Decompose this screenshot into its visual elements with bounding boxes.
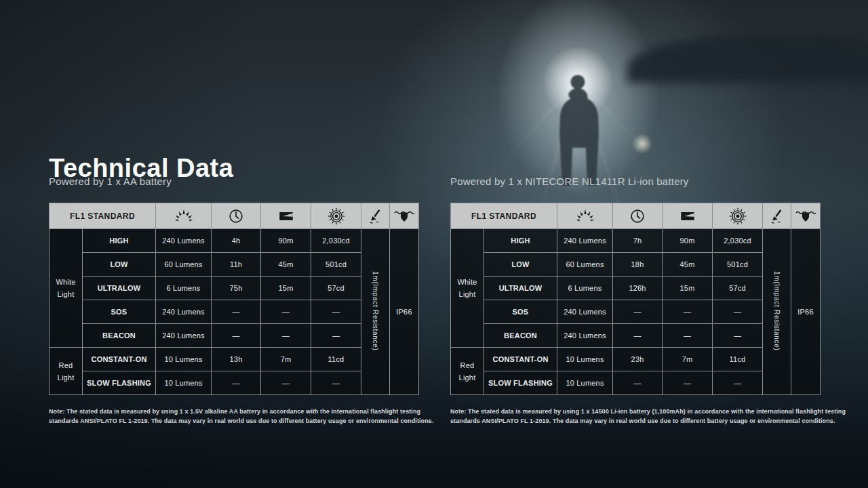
subtitle-liion: Powered by 1 x NITECORE NL1411R Li-ion b… [450, 176, 689, 187]
intensity-cell: 57cd [713, 277, 763, 300]
group-red-light: Red Light [451, 348, 484, 395]
lumens-cell: 240 Lumens [156, 229, 212, 253]
distance-cell: — [261, 324, 311, 348]
lumens-cell: 6 Lumens [156, 277, 212, 300]
note-line-1: Note: The stated data is measured by usi… [450, 407, 850, 417]
distance-cell: 7m [663, 348, 713, 371]
distance-cell: — [663, 300, 713, 324]
runtime-cell: 126h [613, 277, 663, 300]
runtime-cell: 23h [613, 348, 663, 371]
runtime-cell: — [212, 300, 261, 324]
intensity-cell: 57cd [311, 277, 361, 300]
lumens-icon [156, 203, 212, 229]
intensity-cell: 2,030cd [713, 229, 763, 253]
lumens-cell: 10 Lumens [156, 348, 212, 371]
waterproof-icon [791, 203, 821, 229]
intensity-cell: — [713, 300, 763, 324]
mode-cell: BEACON [484, 324, 557, 348]
table-row: White Light HIGH 240 Lumens 4h 90m 2,030… [50, 229, 419, 253]
intensity-cell: 501cd [713, 253, 763, 277]
fl1-standard-label: FL1 STANDARD [451, 203, 557, 229]
mode-cell: SLOW FLASHING [83, 371, 156, 395]
intensity-cell: 2,030cd [311, 229, 361, 253]
beam-distance-icon [261, 203, 311, 229]
note-line-1: Note: The stated data is measured by usi… [49, 407, 449, 417]
mode-cell: BEACON [83, 324, 156, 348]
person-silhouette [542, 72, 624, 187]
impact-resistance-icon [763, 203, 791, 229]
distance-cell: 7m [261, 348, 311, 371]
runtime-cell: 7h [613, 229, 663, 253]
mode-cell: CONSTANT-ON [83, 348, 156, 371]
runtime-cell: 4h [212, 229, 261, 253]
background-photo: Technical Data Powered by 1 x AA battery… [0, 0, 868, 488]
runtime-icon [212, 203, 261, 229]
note-line-2: standards ANSI/PLATO FL 1-2019. The data… [49, 417, 449, 426]
runtime-icon [613, 203, 663, 229]
waterproof-rating-cell: IP66 [390, 229, 419, 395]
distance-cell: 90m [663, 229, 713, 253]
table-row: White Light HIGH 240 Lumens 7h 90m 2,030… [451, 229, 821, 253]
mode-cell: SOS [83, 300, 156, 324]
distance-cell: 45m [261, 253, 311, 277]
mode-cell: SOS [484, 300, 557, 324]
group-white-light: White Light [50, 229, 83, 348]
fl1-header-row: FL1 STANDARD [451, 203, 821, 229]
lumens-cell: 6 Lumens [557, 277, 613, 300]
runtime-cell: — [212, 371, 261, 395]
intensity-cell: 501cd [311, 253, 361, 277]
runtime-cell: — [613, 300, 663, 324]
distance-cell: 15m [261, 277, 311, 300]
distance-cell: — [261, 300, 311, 324]
mode-cell: ULTRALOW [83, 277, 156, 300]
intensity-cell: — [311, 300, 361, 324]
runtime-cell: — [613, 371, 663, 395]
distance-cell: 45m [663, 253, 713, 277]
lumens-cell: 240 Lumens [156, 324, 212, 348]
impact-resistance-icon [361, 203, 390, 229]
lumens-cell: 10 Lumens [557, 348, 613, 371]
fl1-standard-label: FL1 STANDARD [50, 203, 156, 229]
group-red-light: Red Light [50, 348, 83, 395]
fl1-header-row: FL1 STANDARD [50, 203, 419, 229]
runtime-cell: 11h [212, 253, 261, 277]
lumens-cell: 60 Lumens [557, 253, 613, 277]
intensity-cell: — [713, 371, 763, 395]
distance-cell: — [663, 324, 713, 348]
mode-cell: HIGH [83, 229, 156, 253]
waterproof-rating-cell: IP66 [791, 229, 821, 395]
lumens-cell: 240 Lumens [156, 300, 212, 324]
impact-resistance-cell: 1m(Impact Resistance) [361, 229, 390, 395]
runtime-cell: 75h [212, 277, 261, 300]
beam-intensity-icon [713, 203, 763, 229]
intensity-cell: — [311, 371, 361, 395]
mode-cell: HIGH [484, 229, 557, 253]
intensity-cell: 11cd [713, 348, 763, 371]
distance-cell: — [663, 371, 713, 395]
horizon-landmass [627, 34, 868, 83]
beam-distance-icon [663, 203, 713, 229]
lumens-icon [557, 203, 613, 229]
subtitle-aa: Powered by 1 x AA battery [49, 176, 172, 187]
lumens-cell: 10 Lumens [156, 371, 212, 395]
group-white-light: White Light [451, 229, 484, 348]
table-note-aa: Note: The stated data is measured by usi… [49, 407, 449, 426]
mode-cell: CONSTANT-ON [484, 348, 557, 371]
fl1-table-liion: FL1 STANDARD [450, 203, 821, 395]
lumens-cell: 240 Lumens [557, 324, 613, 348]
mode-cell: LOW [484, 253, 557, 277]
lumens-cell: 240 Lumens [557, 229, 613, 253]
fl1-table-aa: FL1 STANDARD [49, 203, 419, 395]
mode-cell: ULTRALOW [484, 277, 557, 300]
intensity-cell: — [713, 324, 763, 348]
distance-cell: 15m [663, 277, 713, 300]
impact-resistance-cell: 1m(Impact Resistance) [763, 229, 791, 395]
mode-cell: SLOW FLASHING [484, 371, 557, 395]
lumens-cell: 10 Lumens [557, 371, 613, 395]
intensity-cell: — [311, 324, 361, 348]
distance-cell: 90m [261, 229, 311, 253]
distance-cell: — [261, 371, 311, 395]
beam-intensity-icon [311, 203, 361, 229]
runtime-cell: — [613, 324, 663, 348]
lumens-cell: 60 Lumens [156, 253, 212, 277]
